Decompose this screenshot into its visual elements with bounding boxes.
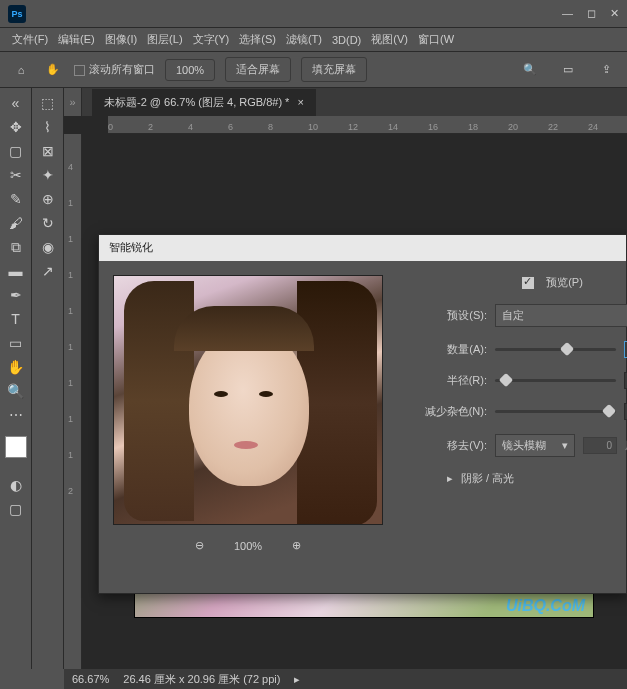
screenmode-icon[interactable]: ▢ bbox=[3, 498, 29, 520]
noise-slider[interactable] bbox=[495, 410, 616, 413]
expand-arrow-icon: ▸ bbox=[447, 472, 453, 485]
pen-tool-icon[interactable]: ✒ bbox=[3, 284, 29, 306]
preview-label: 预览(P) bbox=[546, 275, 583, 290]
zoom-out-icon[interactable]: ⊖ bbox=[195, 539, 204, 552]
history-brush-icon[interactable]: ↻ bbox=[35, 212, 61, 234]
shadows-highlights-expand[interactable]: ▸ 阴影 / 高光 bbox=[447, 471, 627, 486]
marquee-rect-icon[interactable]: ⬚ bbox=[35, 92, 61, 114]
close-button[interactable]: ✕ bbox=[610, 7, 619, 20]
tab-close-icon[interactable]: × bbox=[297, 96, 303, 108]
color-swatch[interactable] bbox=[5, 436, 27, 458]
tab-title: 未标题-2 @ 66.7% (图层 4, RGB/8#) * bbox=[104, 95, 289, 110]
remove-select[interactable]: 镜头模糊▾ bbox=[495, 434, 575, 457]
more-icon[interactable]: ⋯ bbox=[3, 404, 29, 426]
marquee-tool-icon[interactable]: ▢ bbox=[3, 140, 29, 162]
move-tool-icon[interactable]: ✥ bbox=[3, 116, 29, 138]
app-logo: Ps bbox=[8, 5, 26, 23]
menu-file[interactable]: 文件(F) bbox=[8, 30, 52, 49]
blur-tool-icon[interactable]: ◉ bbox=[35, 236, 61, 258]
share-icon[interactable]: ⇪ bbox=[595, 59, 617, 81]
frame-tool-icon[interactable]: ⊠ bbox=[35, 140, 61, 162]
preview-zoom-controls: ⊖ 100% ⊕ bbox=[113, 539, 383, 552]
preview-area: ⊖ 100% ⊕ bbox=[113, 275, 383, 552]
amount-label: 数量(A): bbox=[407, 342, 487, 357]
minimize-button[interactable]: — bbox=[562, 7, 573, 20]
uibq-text: UiBQ.CoM bbox=[506, 597, 585, 615]
menu-layer[interactable]: 图层(L) bbox=[143, 30, 186, 49]
chevron-down-icon: ▾ bbox=[562, 439, 568, 452]
preview-image[interactable] bbox=[113, 275, 383, 525]
status-zoom[interactable]: 66.67% bbox=[72, 673, 109, 685]
crop-tool-icon[interactable]: ✂ bbox=[3, 164, 29, 186]
menu-image[interactable]: 图像(I) bbox=[101, 30, 141, 49]
ruler-horizontal: 02468101214161820222426 bbox=[108, 116, 627, 134]
path-tool-icon[interactable]: ↗ bbox=[35, 260, 61, 282]
menu-type[interactable]: 文字(Y) bbox=[189, 30, 234, 49]
shape-tool-icon[interactable]: ▭ bbox=[3, 332, 29, 354]
toolbar-left: « ✥ ▢ ✂ ✎ 🖌 ⧉ ▬ ✒ T ▭ ✋ 🔍 ⋯ ◐ ▢ bbox=[0, 88, 32, 669]
window-controls: — ◻ ✕ bbox=[562, 7, 619, 20]
menu-3d[interactable]: 3D(D) bbox=[328, 32, 365, 48]
zoom-tool-icon[interactable]: 🔍 bbox=[3, 380, 29, 402]
dialog-title: 智能锐化 bbox=[99, 235, 626, 261]
preview-zoom-value: 100% bbox=[234, 540, 262, 552]
maximize-button[interactable]: ◻ bbox=[587, 7, 596, 20]
hand-tool-icon[interactable]: ✋ bbox=[3, 356, 29, 378]
hand-tool-icon[interactable]: ✋ bbox=[42, 59, 64, 81]
controls-area: 预览(P) 预设(S): 自定▾ 数量(A): 276 半径(R): 0 bbox=[407, 275, 627, 552]
canvas-area: » 未标题-2 @ 66.7% (图层 4, RGB/8#) * × 02468… bbox=[64, 88, 627, 669]
fit-screen-button[interactable]: 适合屏幕 bbox=[225, 57, 291, 82]
zoom-in-icon[interactable]: ⊕ bbox=[292, 539, 301, 552]
smart-sharpen-dialog: 智能锐化 ⊖ 100% ⊕ 预览(P) bbox=[98, 234, 627, 594]
eyedropper-tool-icon[interactable]: ✎ bbox=[3, 188, 29, 210]
gradient-tool-icon[interactable]: ▬ bbox=[3, 260, 29, 282]
menu-view[interactable]: 视图(V) bbox=[367, 30, 412, 49]
lasso-tool-icon[interactable]: ⌇ bbox=[35, 116, 61, 138]
zoom-percent[interactable]: 100% bbox=[165, 59, 215, 81]
home-icon[interactable]: ⌂ bbox=[10, 59, 32, 81]
collapse-icon[interactable]: « bbox=[3, 92, 29, 114]
menu-filter[interactable]: 滤镜(T) bbox=[282, 30, 326, 49]
radius-label: 半径(R): bbox=[407, 373, 487, 388]
document-tab[interactable]: 未标题-2 @ 66.7% (图层 4, RGB/8#) * × bbox=[92, 89, 316, 116]
clone-tool-icon[interactable]: ⧉ bbox=[3, 236, 29, 258]
main-area: « ✥ ▢ ✂ ✎ 🖌 ⧉ ▬ ✒ T ▭ ✋ 🔍 ⋯ ◐ ▢ ⬚ ⌇ ⊠ ✦ … bbox=[0, 88, 627, 669]
radius-slider[interactable] bbox=[495, 379, 616, 382]
wand-tool-icon[interactable]: ✦ bbox=[35, 164, 61, 186]
options-bar: ⌂ ✋ 滚动所有窗口 100% 适合屏幕 填充屏幕 🔍 ▭ ⇪ bbox=[0, 52, 627, 88]
menu-window[interactable]: 窗口(W bbox=[414, 30, 458, 49]
status-bar: 66.67% 26.46 厘米 x 20.96 厘米 (72 ppi) ▸ bbox=[64, 669, 627, 689]
menu-bar: 文件(F) 编辑(E) 图像(I) 图层(L) 文字(Y) 选择(S) 滤镜(T… bbox=[0, 28, 627, 52]
remove-label: 移去(V): bbox=[407, 438, 487, 453]
fill-screen-button[interactable]: 填充屏幕 bbox=[301, 57, 367, 82]
brush-tool-icon[interactable]: 🖌 bbox=[3, 212, 29, 234]
scroll-all-windows[interactable]: 滚动所有窗口 bbox=[74, 62, 155, 77]
preset-label: 预设(S): bbox=[407, 308, 487, 323]
status-arrow-icon[interactable]: ▸ bbox=[294, 673, 300, 686]
ruler-vertical: 4111111112 bbox=[64, 134, 82, 669]
preview-checkbox[interactable] bbox=[522, 277, 534, 289]
healing-tool-icon[interactable]: ⊕ bbox=[35, 188, 61, 210]
document-tabs: » 未标题-2 @ 66.7% (图层 4, RGB/8#) * × bbox=[64, 88, 627, 116]
search-icon[interactable]: 🔍 bbox=[519, 59, 541, 81]
status-dimensions: 26.46 厘米 x 20.96 厘米 (72 ppi) bbox=[123, 672, 280, 687]
preset-select[interactable]: 自定▾ bbox=[495, 304, 627, 327]
menu-edit[interactable]: 编辑(E) bbox=[54, 30, 99, 49]
title-bar: Ps — ◻ ✕ bbox=[0, 0, 627, 28]
type-tool-icon[interactable]: T bbox=[3, 308, 29, 330]
amount-slider[interactable] bbox=[495, 348, 616, 351]
workspace-icon[interactable]: ▭ bbox=[557, 59, 579, 81]
toolbar-left-2: ⬚ ⌇ ⊠ ✦ ⊕ ↻ ◉ ↗ bbox=[32, 88, 64, 669]
noise-label: 减少杂色(N): bbox=[407, 404, 487, 419]
angle-input: 0 bbox=[583, 437, 617, 454]
tab-expand-icon[interactable]: » bbox=[64, 88, 82, 116]
menu-select[interactable]: 选择(S) bbox=[235, 30, 280, 49]
quickmask-icon[interactable]: ◐ bbox=[3, 474, 29, 496]
